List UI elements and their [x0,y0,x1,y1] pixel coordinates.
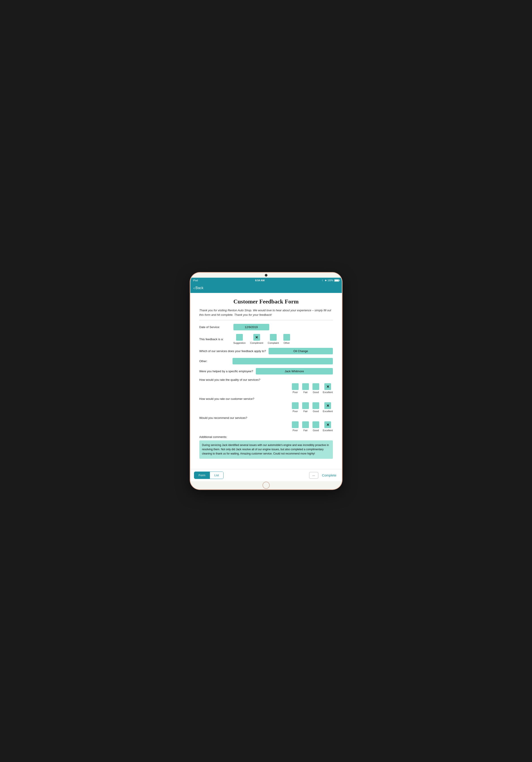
quality-good-label: Good [313,391,319,394]
divider [199,320,333,320]
feedback-complaint[interactable]: Complaint [268,334,279,344]
cs-poor-checkbox[interactable] [292,402,299,409]
quality-excellent-checkbox[interactable]: ✕ [324,383,331,390]
complete-button[interactable]: Complete [320,473,338,477]
rec-poor[interactable]: Poor [292,421,299,432]
cs-excellent[interactable]: ✕ Excellent [323,402,333,413]
back-button[interactable]: ‹ Back [194,286,204,290]
rec-poor-checkbox[interactable] [292,421,299,428]
quality-good[interactable]: Good [312,383,319,394]
recommend-label: Would you recommend our services? [199,416,333,419]
quality-fair[interactable]: Fair [302,383,309,394]
cs-fair[interactable]: Fair [302,402,309,413]
suggestion-checkbox[interactable] [236,334,243,341]
other-label: Other: [199,359,231,363]
form-title: Customer Feedback Form [199,298,333,305]
cs-good-checkbox[interactable] [312,402,319,409]
rec-good-checkbox[interactable] [312,421,319,428]
rec-excellent-checkbox[interactable]: ✕ [324,421,331,428]
rec-fair-checkbox[interactable] [302,421,309,428]
battery-bar [334,279,339,282]
complaint-label: Complaint [268,342,279,344]
other-checkbox[interactable] [283,334,290,341]
customer-service-options: Poor Fair Good ✕ Excellent [199,402,333,413]
cs-good[interactable]: Good [312,402,319,413]
cs-excellent-label: Excellent [323,410,333,413]
rec-fair-label: Fair [303,429,307,432]
form-body: Customer Feedback Form Thank you for vis… [190,293,342,469]
rec-good[interactable]: Good [312,421,319,432]
feedback-other[interactable]: Other [283,334,290,344]
rec-good-label: Good [313,429,319,432]
status-bar: iPad 6:54 AM ☾ ✱ 100% [190,278,342,283]
list-tab[interactable]: List [210,472,223,479]
complaint-checkbox[interactable] [270,334,277,341]
feedback-suggestion[interactable]: Suggestion [233,334,246,344]
ellipsis-button[interactable]: ··· [309,472,318,479]
rec-fair[interactable]: Fair [302,421,309,432]
service-row: Which of our services does your feedback… [199,348,333,354]
service-input[interactable]: Oil Change [269,348,333,354]
quality-good-checkbox[interactable] [312,383,319,390]
other-row: Other: [199,358,333,364]
quality-row: How would you rate the quality of our se… [199,378,333,394]
employee-label: Were you helped by a specific employee? [199,370,253,373]
tab-group: Form List [194,472,224,479]
cs-fair-checkbox[interactable] [302,402,309,409]
status-right: ☾ ✱ 100% [322,279,339,282]
quality-excellent[interactable]: ✕ Excellent [323,383,333,394]
quality-excellent-label: Excellent [323,391,333,394]
cs-poor-label: Poor [293,410,298,413]
comments-box[interactable]: During servicing Jack identified several… [199,440,333,459]
screen-content: Customer Feedback Form Thank you for vis… [190,293,342,481]
form-subtitle: Thank you for visiting Renton Auto Shop.… [199,308,333,317]
customer-service-row: How would you rate our customer service?… [199,397,333,413]
recommend-row: Would you recommend our services? Poor F… [199,416,333,432]
quality-poor[interactable]: Poor [292,383,299,394]
device-frame: iPad 6:54 AM ☾ ✱ 100% ‹ Back Customer Fe… [190,272,342,490]
quality-label: How would you rate the quality of our se… [199,378,333,381]
recommend-options: Poor Fair Good ✕ Excellent [199,421,333,432]
chevron-left-icon: ‹ [194,286,195,290]
customer-service-label: How would you rate our customer service? [199,397,333,401]
compliment-label: Compliment [250,342,263,344]
comments-label: Additional comments: [199,435,333,439]
ipad-label: iPad [193,279,198,282]
form-tab[interactable]: Form [194,472,210,479]
quality-poor-checkbox[interactable] [292,383,299,390]
back-label: Back [196,286,204,290]
employee-row: Were you helped by a specific employee? … [199,368,333,374]
date-of-service-row: Date of Service: 12/9/2019 [199,324,333,330]
feedback-type-row: This feedback is a: Suggestion ✕ Complim… [199,334,333,344]
rec-excellent-label: Excellent [323,429,333,432]
feedback-compliment[interactable]: ✕ Compliment [250,334,263,344]
moon-icon: ☾ [322,279,324,282]
rec-excellent[interactable]: ✕ Excellent [323,421,333,432]
other-label: Other [284,342,290,344]
cs-good-label: Good [313,410,319,413]
other-input[interactable] [233,358,333,364]
device-bottom-bar [190,481,342,489]
cs-fair-label: Fair [303,410,307,413]
battery-percent: 100% [327,279,333,282]
cs-poor[interactable]: Poor [292,402,299,413]
quality-fair-checkbox[interactable] [302,383,309,390]
cs-excellent-checkbox[interactable]: ✕ [324,402,331,409]
employee-input[interactable]: Jack Whitmore [256,368,333,374]
feedback-type-group: Suggestion ✕ Compliment Complaint Other [233,334,295,344]
camera [265,274,267,276]
compliment-checkbox[interactable]: ✕ [253,334,260,341]
time-display: 6:54 AM [198,279,322,282]
device-top-bar [190,273,342,278]
quality-fair-label: Fair [303,391,307,394]
bottom-toolbar: Form List ··· Complete [190,469,342,481]
quality-options: Poor Fair Good ✕ Excellent [199,383,333,394]
comments-section: Additional comments: During servicing Ja… [199,435,333,459]
date-input[interactable]: 12/9/2019 [233,324,269,330]
feedback-type-label: This feedback is a: [199,338,231,341]
date-label: Date of Service: [199,326,231,329]
home-button[interactable] [263,482,270,489]
battery-fill [335,280,339,281]
nav-bar: ‹ Back [190,283,342,293]
service-label: Which of our services does your feedback… [199,349,266,353]
